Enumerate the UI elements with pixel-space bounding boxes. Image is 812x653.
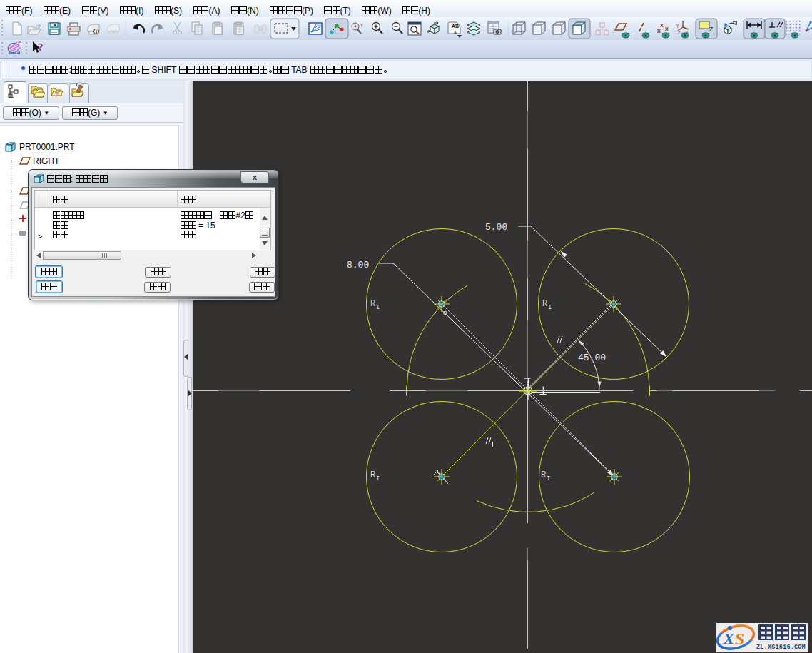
svg-text:45.00: 45.00	[578, 353, 606, 363]
svg-text:R: R	[370, 299, 375, 309]
svg-text:x: x	[665, 25, 669, 32]
svg-text:X: X	[723, 629, 735, 647]
svg-text:x: x	[657, 27, 661, 34]
svg-text:8.00: 8.00	[347, 260, 369, 270]
svg-text:S: S	[735, 629, 744, 648]
svg-text:y: y	[676, 22, 679, 28]
svg-text:5.00: 5.00	[485, 222, 507, 233]
svg-text:I: I	[376, 304, 380, 311]
svg-text:Z: Z	[709, 26, 714, 34]
svg-text:?: ?	[38, 41, 44, 53]
svg-text:i: i	[96, 29, 97, 34]
svg-text:z: z	[678, 30, 681, 35]
svg-text:I: I	[548, 304, 552, 311]
svg-text:PRT0001.PRT: PRT0001.PRT	[19, 142, 75, 152]
svg-text:AB: AB	[452, 24, 459, 29]
svg-text:R: R	[542, 299, 547, 309]
svg-text:R: R	[541, 470, 546, 480]
svg-text:I: I	[547, 475, 550, 482]
svg-text:R: R	[370, 470, 375, 480]
svg-text:I: I	[376, 475, 380, 482]
svg-text:RIGHT: RIGHT	[33, 156, 60, 166]
